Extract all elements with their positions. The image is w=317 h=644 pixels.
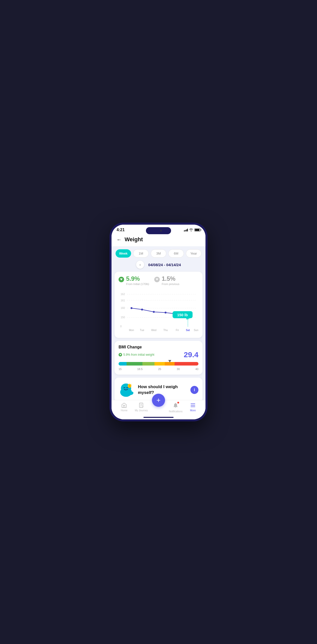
home-indicator-bar	[112, 416, 205, 419]
period-tabs: Week 1M 3M 6M Year	[115, 249, 202, 258]
tab-notifications-label: Notifications	[169, 410, 182, 413]
primary-stat-value: 5.9%	[126, 276, 149, 282]
tab-more[interactable]: More	[184, 402, 201, 412]
bmi-indicator	[168, 360, 171, 363]
phone-screen: 4:21	[112, 225, 205, 419]
more-icon	[190, 402, 196, 408]
weight-chart-card: 5.9% From Initial (170lb) 1.5% From prev…	[115, 272, 202, 338]
weight-chart: 162 161 160 150 0	[119, 289, 198, 334]
bmi-card: BMI Change 5.9% from initial weight 29.4	[115, 341, 202, 375]
svg-rect-33	[129, 387, 130, 388]
page-title: Weight	[125, 236, 143, 243]
svg-text:162: 162	[121, 293, 125, 296]
chart-svg: 162 161 160 150 0	[119, 289, 198, 334]
notch-pill	[146, 227, 171, 234]
bmi-value: 29.4	[184, 350, 198, 359]
bmi-percent-label: 5.9% from initial weight	[119, 353, 154, 356]
svg-point-12	[141, 309, 143, 310]
svg-text:Sun: Sun	[194, 329, 198, 332]
add-button[interactable]: +	[152, 394, 165, 407]
bmi-label-30: 30	[177, 368, 180, 371]
mascot-icon: !	[119, 382, 135, 398]
info-button[interactable]: i	[190, 386, 198, 394]
svg-text:150 lb: 150 lb	[177, 313, 188, 317]
tab-notifications[interactable]: Notifications	[167, 402, 184, 413]
status-bar: 4:21	[112, 225, 205, 234]
camera-dot	[160, 230, 162, 232]
phone-shell: 4:21	[110, 223, 207, 421]
tab-1m[interactable]: 1M	[133, 249, 149, 258]
svg-point-11	[131, 307, 132, 309]
tab-week[interactable]: Week	[116, 249, 131, 258]
svg-marker-28	[120, 354, 121, 355]
bmi-arrow-icon	[119, 353, 122, 356]
tab-year[interactable]: Year	[186, 249, 201, 258]
prev-date-button[interactable]: ‹	[136, 261, 144, 269]
bmi-scale-labels: 15 18.5 25 30 40	[119, 368, 198, 371]
svg-text:Wed: Wed	[151, 329, 156, 332]
svg-text:0: 0	[120, 325, 122, 328]
back-button[interactable]: ←	[117, 237, 122, 243]
home-indicator	[143, 417, 174, 418]
primary-stat-arrow	[119, 277, 124, 282]
tab-6m[interactable]: 6M	[168, 249, 184, 258]
bmi-title: BMI Change	[119, 345, 198, 349]
bmi-label-40: 40	[195, 368, 198, 371]
svg-line-36	[131, 384, 131, 384]
bmi-label-15: 15	[119, 368, 122, 371]
svg-text:160: 160	[121, 307, 125, 309]
tab-home[interactable]: Home	[116, 402, 133, 412]
svg-text:150: 150	[121, 316, 125, 319]
primary-stat-label: From Initial (170lb)	[126, 283, 149, 286]
tab-bar: + Home My Journey	[112, 400, 205, 416]
svg-text:!: !	[129, 385, 130, 387]
svg-marker-1	[156, 278, 158, 280]
bmi-bar	[119, 362, 198, 366]
bmi-label-185: 18.5	[137, 368, 142, 371]
journey-icon	[138, 402, 144, 408]
date-navigation: ‹ 04/08/24 - 04/14/24	[115, 261, 202, 269]
svg-line-35	[128, 384, 128, 384]
home-icon	[121, 402, 127, 408]
svg-text:161: 161	[121, 299, 125, 302]
svg-text:Fri: Fri	[176, 329, 179, 332]
svg-text:Thu: Thu	[163, 329, 168, 332]
primary-stat: 5.9% From Initial (170lb)	[119, 276, 149, 286]
notification-dot	[177, 402, 179, 404]
svg-text:Mon: Mon	[129, 329, 134, 332]
notification-badge	[173, 402, 179, 409]
wifi-icon	[189, 228, 193, 231]
tab-my-journey[interactable]: My Journey	[133, 402, 150, 412]
tab-3m[interactable]: 3M	[151, 249, 166, 258]
scroll-content: Week 1M 3M 6M Year ‹ 04/08/24 - 04/14/24	[112, 246, 205, 400]
stats-row: 5.9% From Initial (170lb) 1.5% From prev…	[119, 276, 198, 286]
svg-text:Sat: Sat	[186, 329, 190, 332]
bmi-label-25: 25	[158, 368, 161, 371]
secondary-stat-value: 1.5%	[162, 276, 179, 282]
svg-point-14	[165, 312, 166, 313]
signal-icon	[184, 228, 188, 231]
svg-text:Tue: Tue	[140, 329, 144, 332]
svg-marker-0	[120, 278, 123, 280]
tab-journey-label: My Journey	[135, 409, 148, 412]
secondary-stat-arrow	[154, 277, 160, 282]
date-range: 04/08/24 - 04/14/24	[148, 263, 181, 267]
secondary-stat-label: From previous	[162, 283, 179, 286]
page-header: ← Weight	[112, 234, 205, 246]
bmi-bar-container	[119, 362, 198, 366]
tab-more-label: More	[190, 409, 196, 412]
bmi-percent-text: 5.9% from initial weight	[123, 353, 154, 356]
battery-icon	[194, 228, 200, 231]
status-time: 4:21	[117, 228, 125, 232]
status-icons	[184, 228, 201, 231]
bmi-row: 5.9% from initial weight 29.4	[119, 350, 198, 359]
secondary-stat: 1.5% From previous	[154, 276, 179, 286]
tip-question: How should I weigh myself?	[138, 384, 187, 395]
tab-home-label: Home	[121, 409, 128, 412]
svg-point-13	[153, 311, 155, 313]
